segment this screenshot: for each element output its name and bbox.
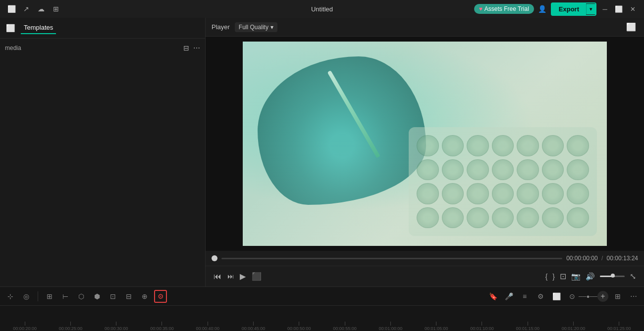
volume-handle xyxy=(611,274,615,278)
zoom-out-tool-button[interactable]: ⊟ xyxy=(122,290,135,303)
title-bar-right: ♥ Assets Free Trial 👤 Export ▾ ─ ⬜ ✕ xyxy=(474,2,638,16)
effect-tool-button[interactable]: ⚙ xyxy=(534,290,547,303)
stop-button[interactable]: ⬛ xyxy=(252,272,262,281)
player-header-right: ⬜ xyxy=(624,21,638,33)
ruler-tick: 00:01:20:00 xyxy=(550,322,596,331)
current-time: 00:00:00:00 / 00:00:13:24 xyxy=(566,255,638,262)
user-icon[interactable]: 👤 xyxy=(537,3,548,14)
more-button[interactable]: ⋯ xyxy=(627,290,640,303)
ruler-marks: 00:00:20:00 00:00:25:00 00:00:30:00 00:0… xyxy=(0,307,644,331)
timeline-area: ⊹ ◎ ⊞ ⊢ ⬡ ⬢ ⊡ ⊟ ⊕ ⚙ 🔖 🎤 ≡ ⚙ ⬜ ⊙ ──●── + … xyxy=(0,286,644,331)
split-tool-button[interactable]: ⊢ xyxy=(59,290,72,303)
well xyxy=(467,135,489,156)
ruler-tick: 00:01:05:00 xyxy=(414,322,459,331)
player-label: Player xyxy=(212,23,230,31)
ruler-tick: 00:00:35:00 xyxy=(139,322,185,331)
controls-right: { } ⊡ 📷 🔊 ⤡ xyxy=(545,272,636,281)
zoom-speed-tool-button[interactable]: ⊙ xyxy=(566,290,579,303)
media-tab-icon[interactable]: ⬜ xyxy=(4,22,17,35)
ruler-tick: 00:00:25:00 xyxy=(48,322,93,331)
assets-label: Assets Free Trial xyxy=(484,5,529,12)
maximize-button[interactable]: ⬜ xyxy=(613,3,624,14)
screen-fit-button[interactable]: ⊡ xyxy=(560,272,566,281)
trim-tool-button[interactable]: ⊞ xyxy=(43,290,56,303)
filter-icon[interactable]: ⊟ xyxy=(183,44,189,52)
well xyxy=(567,135,589,156)
left-panel: ⬜ Templates media ⊟ ⋯ xyxy=(0,18,206,286)
title-bar-left: ⬜ ↗ ☁ ⊞ xyxy=(6,3,61,14)
cloud-icon[interactable]: ☁ xyxy=(36,3,47,14)
well xyxy=(417,183,439,204)
progress-dot[interactable] xyxy=(212,255,217,261)
ruler-tick: 00:00:50:00 xyxy=(276,322,322,331)
expand-icon[interactable]: ⬜ xyxy=(624,21,638,33)
video-frame xyxy=(243,42,607,246)
mic-tool-button[interactable]: 🎤 xyxy=(502,290,515,303)
templates-tab[interactable]: Templates xyxy=(21,22,56,34)
ruler-tick: 00:01:00:00 xyxy=(368,322,413,331)
progress-track[interactable] xyxy=(221,258,562,259)
monitor-icon[interactable]: ⬜ xyxy=(6,3,17,14)
window-title: Untitled xyxy=(311,5,333,13)
video-preview xyxy=(206,37,644,251)
well xyxy=(492,159,514,181)
well xyxy=(492,135,514,156)
well xyxy=(567,183,589,204)
assets-free-trial-button[interactable]: ♥ Assets Free Trial xyxy=(474,4,534,14)
time-separator: / xyxy=(601,255,603,262)
well xyxy=(442,183,464,204)
minimize-button[interactable]: ─ xyxy=(599,3,610,14)
step-back-button[interactable]: ⏮ xyxy=(214,272,221,281)
quality-select[interactable]: Full Quality ▾ xyxy=(235,22,277,32)
ruler-tick: 00:00:30:00 xyxy=(94,322,139,331)
add-track-button[interactable]: + xyxy=(597,291,608,302)
sticker-tool-button[interactable]: 🔖 xyxy=(486,290,499,303)
lab-plate-visual xyxy=(409,127,597,236)
right-panel: Player Full Quality ▾ ⬜ xyxy=(206,18,644,286)
grid-icon[interactable]: ⊞ xyxy=(51,3,61,14)
caption-tool-button[interactable]: ≡ xyxy=(518,290,531,303)
timeline-toolbar-right: 🔖 🎤 ≡ ⚙ ⬜ ⊙ ──●── + ⊞ ⋯ xyxy=(486,290,640,303)
resize-button[interactable]: ⤡ xyxy=(630,272,636,281)
snapshot-button[interactable]: 📷 xyxy=(571,272,581,281)
crop-tool-button[interactable]: ⊡ xyxy=(107,290,119,303)
volume-slider[interactable] xyxy=(600,276,625,277)
left-tabs: ⬜ Templates xyxy=(0,18,205,39)
title-bar: ⬜ ↗ ☁ ⊞ Untitled ♥ Assets Free Trial 👤 E… xyxy=(0,0,644,18)
color-tool-button[interactable]: ⬜ xyxy=(550,290,563,303)
audio-tool-button[interactable]: ⬢ xyxy=(91,290,104,303)
settings-highlighted-button[interactable]: ⚙ xyxy=(154,290,167,303)
arrow-icon[interactable]: ↗ xyxy=(21,3,32,14)
ruler-tick: 00:01:10:00 xyxy=(459,322,505,331)
ruler-tick: 00:01:15:00 xyxy=(505,322,550,331)
well xyxy=(567,159,589,181)
export-button[interactable]: Export xyxy=(552,3,586,15)
quality-chevron-icon: ▾ xyxy=(270,24,273,31)
speed-tool-button[interactable]: ⬡ xyxy=(75,290,88,303)
bracket-right-button[interactable]: } xyxy=(552,273,555,281)
close-button[interactable]: ✕ xyxy=(627,3,638,14)
current-time-value: 00:00:00:00 xyxy=(566,255,597,262)
well xyxy=(417,135,439,156)
ripple-tool-button[interactable]: ◎ xyxy=(20,290,33,303)
volume-button[interactable]: 🔊 xyxy=(586,272,595,281)
playback-bar: 00:00:00:00 / 00:00:13:24 xyxy=(206,251,644,266)
more-icon[interactable]: ⋯ xyxy=(193,44,200,52)
zoom-slider-tool[interactable]: ──●── xyxy=(582,290,594,303)
well xyxy=(517,135,539,156)
quality-label: Full Quality xyxy=(239,24,268,31)
layout-button[interactable]: ⊞ xyxy=(611,290,624,303)
total-time-value: 00:00:13:24 xyxy=(607,255,638,262)
well xyxy=(517,159,539,181)
export-chevron-button[interactable]: ▾ xyxy=(586,4,595,14)
more-tool-button[interactable]: ⊕ xyxy=(138,290,151,303)
left-toolbar: media ⊟ ⋯ xyxy=(0,39,205,57)
play-button[interactable]: ▶ xyxy=(240,272,246,281)
step-forward-button[interactable]: ⏭ xyxy=(227,273,234,280)
cursor-tool-button[interactable]: ⊹ xyxy=(4,290,17,303)
well xyxy=(567,207,589,229)
ruler-tick: 00:00:20:00 xyxy=(2,322,48,331)
well xyxy=(442,207,464,229)
well xyxy=(442,159,464,181)
bracket-left-button[interactable]: { xyxy=(545,273,548,281)
